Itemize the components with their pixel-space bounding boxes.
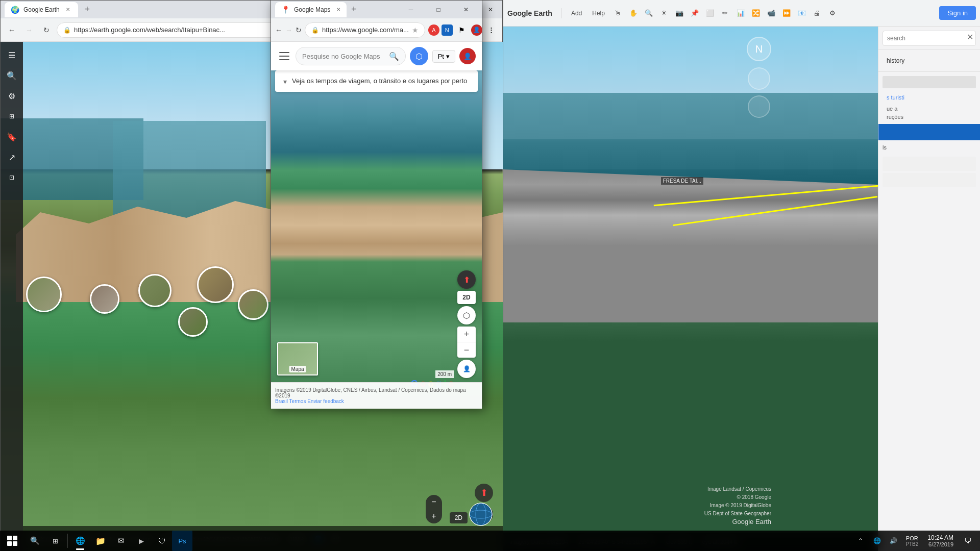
sidebar-search-button[interactable]: 🔍 [3, 66, 21, 85]
earth-sign-in-button[interactable]: Sign in [939, 6, 976, 20]
maps-thumbnail-button[interactable]: Mapa [277, 342, 318, 375]
photo-sphere-6[interactable] [178, 307, 208, 337]
maps-menu-button[interactable] [277, 49, 291, 63]
toolbar-icon-3[interactable]: 🔍 [642, 6, 656, 20]
maps-new-tab-button[interactable]: + [347, 3, 361, 17]
earth-panel-scroll-item-2[interactable] [883, 173, 976, 187]
maps-tab-close[interactable]: ✕ [336, 7, 340, 12]
taskbar-notification-button[interactable]: 🗨 [960, 531, 976, 551]
toolbar-icon-1[interactable]: 🖱 [611, 6, 625, 20]
maps-directions-button[interactable]: ⬡ [457, 306, 476, 324]
maps-language-button[interactable]: Pt ▾ [432, 50, 455, 63]
maps-more-icon[interactable]: ⋮ [484, 23, 499, 37]
photo-sphere-3[interactable] [138, 274, 172, 307]
tray-network-icon[interactable]: 🌐 [870, 531, 884, 551]
sidebar-measure-button[interactable]: ⊡ [3, 168, 21, 187]
taskbar-chrome-button[interactable]: 🌐 [70, 531, 90, 551]
zoom-out-button[interactable]: − [426, 495, 442, 509]
taskbar-cortana-button[interactable]: 🔍 [24, 531, 45, 551]
sidebar-layers-button[interactable]: ⚙ [3, 87, 21, 105]
earth-compass[interactable]: ⬆ [475, 484, 493, 502]
maps-tab[interactable]: 📍 Google Maps ✕ [275, 2, 347, 17]
earth-app-compass[interactable]: N [747, 37, 771, 61]
earth-sidebar-history-item[interactable]: history [883, 54, 976, 67]
maps-maximize-button[interactable]: □ [427, 1, 450, 18]
maps-address-bar[interactable]: 🔒 https://www.google.com/ma... ★ [305, 22, 425, 38]
maps-directions-icon[interactable]: ⬡ [410, 47, 428, 65]
toolbar-icon-12[interactable]: ⏩ [779, 6, 794, 20]
toolbar-icon-2[interactable]: ✋ [626, 6, 641, 20]
earth-tab-close[interactable]: ✕ [64, 6, 72, 14]
toolbar-icon-5[interactable]: 📷 [672, 6, 687, 20]
maps-2d-button[interactable]: 2D [457, 291, 475, 304]
earth-2d-button[interactable]: 2D [450, 512, 468, 523]
photo-sphere-4[interactable] [197, 266, 234, 303]
earth-globe-button[interactable] [469, 502, 493, 527]
taskbar-language-indicator[interactable]: POR PTB2 [902, 535, 921, 547]
toolbar-icon-4[interactable]: ☀ [657, 6, 671, 20]
maps-minimize-button[interactable]: ─ [399, 1, 423, 18]
maps-zoom-in-button[interactable]: + [457, 327, 476, 342]
earth-app-help-menu[interactable]: Help [588, 8, 609, 19]
maps-search-box[interactable]: Pesquise no Google Maps 🔍 [296, 47, 406, 65]
earth-tab[interactable]: 🌍 Google Earth ✕ [5, 2, 78, 17]
tray-hidden-icons[interactable]: ⌃ [853, 531, 868, 551]
earth-app-rotate-button[interactable] [748, 95, 770, 118]
taskbar-photoshop-button[interactable]: Ps [172, 531, 192, 551]
earth-app-main-view[interactable]: FRESA DE TAI... N Image Landsat / Copern… [503, 27, 878, 551]
photo-sphere-5[interactable] [238, 289, 268, 320]
maps-profile-icon[interactable]: 👤 [471, 24, 482, 36]
earth-app-search-input[interactable] [883, 31, 976, 46]
start-button[interactable] [0, 531, 24, 551]
zoom-in-button[interactable]: + [426, 509, 442, 523]
photo-sphere-1[interactable] [26, 277, 62, 312]
maps-links[interactable]: Brasil Termos Enviar feedback [275, 398, 478, 404]
maps-street-view-button[interactable]: 👤 [457, 360, 476, 378]
maps-forward-button[interactable]: → [285, 23, 292, 37]
maps-user-avatar[interactable]: 👤 [459, 48, 476, 64]
refresh-button[interactable]: ↻ [39, 23, 54, 37]
maps-back-button[interactable]: ← [275, 23, 282, 37]
earth-panel-close-button[interactable]: ✕ [964, 31, 976, 43]
taskbar-security-button[interactable]: 🛡 [152, 531, 172, 551]
maps-compass-button[interactable]: ⬆ [457, 270, 476, 289]
earth-panel-action-bar[interactable] [878, 124, 980, 140]
earth-panel-tourist-link[interactable]: s turisti [883, 91, 976, 104]
maps-ext1-icon[interactable]: A [428, 24, 439, 36]
toolbar-icon-11[interactable]: 📹 [764, 6, 778, 20]
earth-panel-scroll-item-1[interactable] [883, 157, 976, 171]
back-button[interactable]: ← [5, 23, 19, 37]
maps-suggestion-bar[interactable]: ▾ Veja os tempos de viagem, o trânsito e… [275, 70, 478, 92]
sidebar-voyager-button[interactable]: ⊞ [3, 107, 21, 126]
maps-search-icon[interactable]: 🔍 [389, 52, 399, 61]
maps-flag-icon[interactable]: ⚑ [455, 23, 469, 37]
toolbar-icon-8[interactable]: ✏ [718, 6, 732, 20]
taskbar-epic-button[interactable]: ▶ [131, 531, 152, 551]
sidebar-bookmark-button[interactable]: 🔖 [3, 128, 21, 146]
maps-zoom-out-button[interactable]: − [457, 342, 476, 358]
photo-sphere-2[interactable] [90, 284, 119, 314]
tray-volume-icon[interactable]: 🔊 [886, 531, 900, 551]
toolbar-icon-7[interactable]: ⬜ [703, 6, 717, 20]
sidebar-share-button[interactable]: ↗ [3, 148, 21, 166]
sidebar-menu-button[interactable]: ☰ [3, 46, 21, 64]
toolbar-icon-13[interactable]: 📧 [795, 6, 809, 20]
toolbar-icon-15[interactable]: ⚙ [825, 6, 840, 20]
taskbar-mail-button[interactable]: ✉ [111, 531, 131, 551]
toolbar-icon-10[interactable]: 🔀 [749, 6, 763, 20]
new-tab-button[interactable]: + [80, 3, 94, 17]
maps-ext2-icon[interactable]: N [442, 24, 453, 36]
toolbar-icon-6[interactable]: 📌 [688, 6, 702, 20]
toolbar-icon-14[interactable]: 🖨 [810, 6, 824, 20]
forward-button[interactable]: → [22, 23, 36, 37]
2d-label[interactable]: 2D [450, 512, 468, 523]
maps-close-button[interactable]: ✕ [454, 1, 478, 18]
maps-refresh-button[interactable]: ↻ [296, 23, 302, 37]
maps-bookmark-icon[interactable]: ★ [412, 26, 419, 34]
taskbar-clock[interactable]: 10:24 AM 6/27/2019 [923, 534, 958, 547]
taskbar-explorer-button[interactable]: 📁 [90, 531, 111, 551]
taskbar-task-view-button[interactable]: ⊞ [45, 531, 65, 551]
earth-app-tilt-button[interactable] [748, 67, 770, 90]
toolbar-icon-9[interactable]: 📊 [733, 6, 748, 20]
earth-app-add-menu[interactable]: Add [567, 8, 586, 19]
